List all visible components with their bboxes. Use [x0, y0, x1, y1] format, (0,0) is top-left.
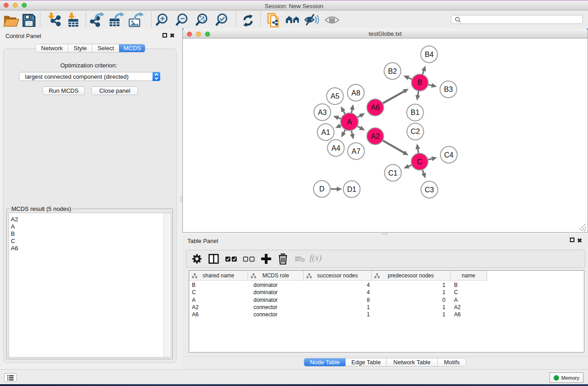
- svg-text:A8: A8: [351, 89, 360, 97]
- svg-text:B3: B3: [444, 86, 453, 93]
- svg-text:A1: A1: [321, 129, 330, 136]
- svg-text:D: D: [319, 185, 325, 193]
- svg-text:A3: A3: [318, 109, 327, 116]
- svg-text:A6: A6: [371, 104, 380, 111]
- svg-text:B4: B4: [425, 51, 434, 58]
- svg-text:A4: A4: [331, 144, 340, 152]
- svg-text:A2: A2: [371, 133, 380, 140]
- svg-text:A: A: [347, 118, 352, 126]
- svg-text:C1: C1: [388, 169, 398, 177]
- svg-text:C: C: [417, 158, 422, 166]
- svg-text:C3: C3: [425, 186, 434, 194]
- svg-text:B: B: [417, 79, 422, 86]
- svg-text:A7: A7: [352, 148, 361, 155]
- svg-text:A5: A5: [330, 92, 339, 100]
- svg-text:B1: B1: [411, 109, 420, 116]
- svg-text:B2: B2: [388, 67, 397, 75]
- svg-text:C2: C2: [411, 128, 420, 135]
- svg-text:C4: C4: [444, 151, 454, 159]
- svg-text:D1: D1: [347, 186, 357, 193]
